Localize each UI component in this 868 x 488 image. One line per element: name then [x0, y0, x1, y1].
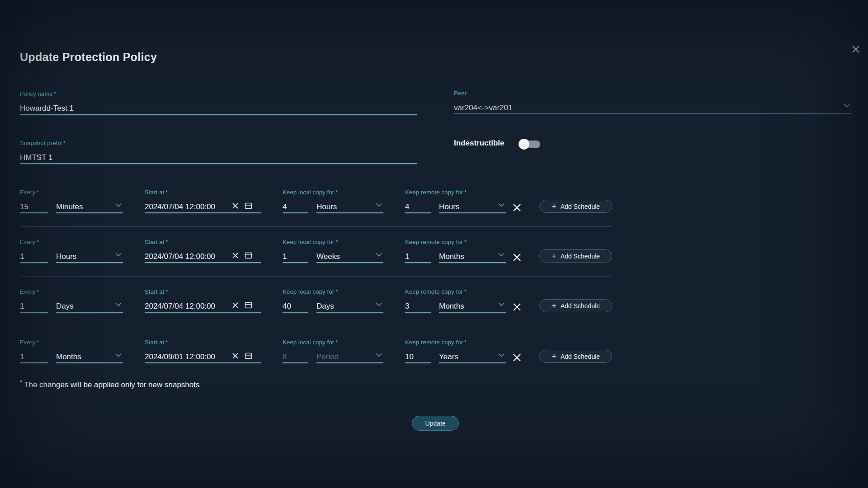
every-unit-select[interactable]: Days — [56, 288, 123, 313]
keep-remote-value-underline — [405, 262, 431, 263]
indestructible-label: Indestructible — [454, 139, 504, 148]
every-unit-select[interactable]: Minutes — [56, 189, 123, 213]
keep-local-value-input[interactable]: 40 — [283, 300, 308, 312]
indestructible-toggle[interactable] — [519, 141, 540, 148]
keep-local-unit-underline — [316, 362, 383, 363]
every-value-input[interactable]: 1 — [20, 300, 48, 312]
chevron-down-icon[interactable] — [498, 250, 505, 258]
add-schedule-button[interactable]: + Add Schedule — [539, 350, 612, 363]
add-schedule-button[interactable]: + Add Schedule — [539, 200, 612, 213]
keep-remote-unit-underline — [439, 212, 506, 213]
keep-remote-unit-select[interactable]: Months — [439, 288, 506, 313]
chevron-down-icon[interactable] — [376, 201, 382, 209]
chevron-down-icon[interactable] — [115, 201, 122, 209]
clear-date-icon[interactable] — [232, 352, 239, 359]
keep-remote-value-input[interactable]: 1 — [405, 251, 431, 262]
keep-local-unit-label — [316, 288, 383, 296]
every-label: Every* — [20, 288, 48, 296]
snapshot-prefix-input[interactable]: HMTST 1 — [20, 152, 417, 163]
chevron-down-icon[interactable] — [376, 351, 382, 359]
keep-local-value-input[interactable]: 4 — [283, 201, 308, 212]
close-icon[interactable] — [849, 42, 863, 56]
keep-remote-label: Keep remote copy for* — [405, 339, 431, 346]
keep-remote-value-field: Keep remote copy for* 4 — [405, 189, 431, 213]
every-value-input[interactable]: 1 — [20, 351, 48, 362]
keep-remote-value-input[interactable]: 10 — [405, 351, 431, 362]
every-unit-label — [56, 339, 123, 346]
add-schedule-button[interactable]: + Add Schedule — [539, 249, 612, 263]
every-label: Every* — [20, 189, 48, 196]
start-at-label: Start at* — [145, 288, 261, 296]
peer-select[interactable]: Peer var204<->var201 — [454, 90, 851, 114]
every-value-input[interactable]: 15 — [20, 201, 48, 212]
update-button[interactable]: Update — [412, 416, 459, 431]
every-value-field: Every* 15 — [20, 189, 48, 213]
calendar-icon[interactable] — [245, 301, 252, 309]
row-divider — [20, 276, 612, 277]
clear-date-icon[interactable] — [232, 252, 239, 259]
chevron-down-icon[interactable] — [376, 250, 382, 258]
keep-remote-value-input[interactable]: 3 — [405, 300, 431, 312]
keep-remote-unit-value: Months — [439, 251, 506, 262]
every-unit-value: Hours — [56, 251, 123, 262]
add-schedule-button[interactable]: + Add Schedule — [539, 299, 612, 312]
required-marker: * — [37, 189, 39, 196]
keep-local-unit-select[interactable]: Period — [316, 339, 383, 363]
keep-local-value-underline — [283, 262, 308, 263]
chevron-down-icon[interactable] — [115, 250, 122, 258]
plus-icon: + — [552, 302, 557, 310]
chevron-down-icon[interactable] — [376, 300, 382, 308]
chevron-down-icon[interactable] — [115, 351, 122, 359]
keep-local-unit-label — [316, 189, 383, 196]
keep-remote-unit-label — [439, 239, 506, 246]
chevron-down-icon[interactable] — [844, 101, 850, 109]
every-unit-select[interactable]: Hours — [56, 239, 123, 263]
keep-local-unit-value: Hours — [316, 201, 383, 212]
plus-icon: + — [552, 202, 557, 211]
keep-local-value-field: Keep local copy for* 40 — [283, 288, 308, 313]
keep-local-value-field: Keep local copy for* 8 — [283, 339, 308, 363]
keep-local-value-input[interactable]: 8 — [283, 351, 308, 362]
keep-local-value-field: Keep local copy for* 1 — [283, 239, 308, 263]
keep-remote-label: Keep remote copy for* — [405, 189, 431, 196]
keep-local-unit-value: Weeks — [316, 251, 383, 262]
chevron-down-icon[interactable] — [498, 300, 505, 308]
keep-local-unit-select[interactable]: Weeks — [316, 239, 383, 263]
keep-remote-unit-select[interactable]: Hours — [439, 189, 506, 213]
start-at-label: Start at* — [145, 189, 261, 196]
schedule-row: Every* 15 Minutes Start at* 2024/07/04 1… — [0, 189, 868, 230]
keep-local-unit-label — [316, 339, 383, 346]
keep-local-value-input[interactable]: 1 — [283, 251, 308, 262]
chevron-down-icon[interactable] — [115, 300, 122, 308]
keep-local-unit-select[interactable]: Hours — [316, 189, 383, 213]
chevron-down-icon[interactable] — [498, 351, 505, 359]
keep-remote-unit-select[interactable]: Years — [439, 339, 506, 363]
keep-remote-value-input[interactable]: 4 — [405, 201, 431, 212]
add-schedule-label: Add Schedule — [561, 302, 600, 310]
calendar-icon[interactable] — [245, 202, 252, 209]
every-unit-select[interactable]: Months — [56, 339, 123, 363]
clear-date-icon[interactable] — [232, 202, 239, 209]
delete-schedule-icon[interactable] — [511, 202, 522, 213]
every-unit-underline — [56, 362, 123, 363]
every-value-input[interactable]: 1 — [20, 251, 48, 262]
keep-remote-value-underline — [405, 362, 431, 363]
delete-schedule-icon[interactable] — [511, 252, 522, 263]
calendar-icon[interactable] — [245, 252, 252, 259]
delete-schedule-icon[interactable] — [511, 301, 522, 312]
every-label: Every* — [20, 339, 48, 346]
dialog-title: Update Protection Policy — [20, 51, 157, 64]
keep-remote-unit-underline — [439, 312, 506, 313]
delete-schedule-icon[interactable] — [511, 352, 522, 363]
schedule-row: Every* 1 Hours Start at* 2024/07/04 12:0… — [0, 239, 868, 280]
required-marker: * — [54, 91, 57, 97]
keep-remote-unit-select[interactable]: Months — [439, 239, 506, 263]
keep-local-unit-select[interactable]: Days — [316, 288, 383, 313]
every-unit-underline — [56, 312, 123, 313]
chevron-down-icon[interactable] — [498, 201, 505, 209]
clear-date-icon[interactable] — [232, 302, 239, 309]
calendar-icon[interactable] — [245, 352, 252, 359]
policy-name-input[interactable]: Howardd-Test 1 — [20, 103, 417, 114]
snapshot-prefix-field: Snapshot prefix* HMTST 1 — [20, 140, 417, 164]
required-marker: * — [37, 289, 39, 295]
